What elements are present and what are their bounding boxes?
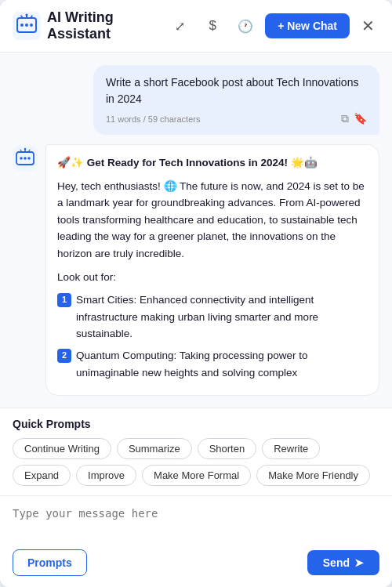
message-word-count: 11 words / 59 characters	[106, 114, 200, 124]
bot-line1: 🚀✨ Get Ready for Tech Innovations in 202…	[57, 154, 368, 172]
svg-point-6	[26, 14, 28, 16]
app-container: AI Writing Assistant ⤢ $ 🕐 + New Chat ✕ …	[0, 0, 392, 587]
svg-point-13	[27, 157, 31, 160]
chip-continue-writing[interactable]: Continue Writing	[13, 438, 111, 459]
item1-badge: 1	[57, 293, 71, 307]
chip-rewrite[interactable]: Rewrite	[262, 438, 320, 459]
message-actions: ⧉ 🔖	[341, 112, 367, 125]
send-icon: ➤	[354, 556, 364, 569]
send-label: Send	[323, 556, 350, 569]
header-title: AI Writing Assistant	[47, 9, 160, 42]
input-row: Prompts Send ➤	[13, 549, 379, 576]
app-logo	[13, 12, 41, 40]
prompts-button[interactable]: Prompts	[13, 549, 87, 576]
chip-improve[interactable]: Improve	[76, 465, 136, 486]
save-icon[interactable]: 🔖	[354, 112, 367, 125]
chip-make-friendly[interactable]: Make More Friendly	[256, 465, 370, 486]
input-area: Prompts Send ➤	[0, 495, 392, 587]
chat-area: Write a short Facebook post about Tech I…	[0, 53, 392, 408]
prompt-chips: Continue Writing Summarize Shorten Rewri…	[13, 438, 379, 486]
bot-line2: Hey, tech enthusiasts! 🌐 The future is n…	[57, 178, 368, 263]
dollar-icon: $	[209, 18, 216, 34]
svg-point-11	[20, 157, 23, 160]
close-icon: ✕	[361, 16, 375, 35]
user-message: Write a short Facebook post about Tech I…	[93, 65, 379, 135]
new-chat-button[interactable]: + New Chat	[265, 13, 350, 38]
copy-icon[interactable]: ⧉	[341, 112, 349, 125]
bot-item-1: 1 Smart Cities: Enhanced connectivity an…	[57, 292, 368, 342]
send-button[interactable]: Send ➤	[307, 550, 379, 575]
expand-button[interactable]: ⤢	[166, 13, 193, 39]
bot-avatar	[13, 146, 38, 171]
bot-message-row: 🚀✨ Get Ready for Tech Innovations in 202…	[13, 144, 379, 396]
header: AI Writing Assistant ⤢ $ 🕐 + New Chat ✕	[0, 0, 392, 53]
quick-prompts-section: Quick Prompts Continue Writing Summarize…	[0, 408, 392, 495]
user-message-text: Write a short Facebook post about Tech I…	[106, 74, 367, 107]
item1-text: Smart Cities: Enhanced connectivity and …	[76, 292, 368, 342]
bot-item-2: 2 Quantum Computing: Taking processing p…	[57, 347, 368, 381]
svg-point-2	[20, 24, 24, 27]
chip-make-formal[interactable]: Make More Formal	[142, 465, 251, 486]
quick-prompts-title: Quick Prompts	[13, 418, 379, 430]
expand-icon: ⤢	[175, 19, 185, 34]
bot-message-bubble: 🚀✨ Get Ready for Tech Innovations in 202…	[45, 144, 379, 396]
chip-summarize[interactable]: Summarize	[117, 438, 192, 459]
item2-text: Quantum Computing: Taking processing pow…	[76, 347, 368, 381]
dollar-button[interactable]: $	[199, 13, 226, 39]
chip-expand[interactable]: Expand	[13, 465, 71, 486]
chip-shorten[interactable]: Shorten	[198, 438, 257, 459]
svg-point-3	[25, 24, 28, 27]
history-button[interactable]: 🕐	[232, 13, 259, 39]
message-input[interactable]	[13, 505, 379, 540]
svg-point-4	[30, 24, 33, 27]
history-icon: 🕐	[238, 19, 253, 34]
svg-point-15	[24, 148, 26, 150]
user-message-meta: 11 words / 59 characters ⧉ 🔖	[106, 112, 367, 125]
svg-point-12	[24, 157, 27, 160]
close-button[interactable]: ✕	[356, 14, 379, 38]
bot-look-out: Look out for:	[57, 269, 368, 286]
item2-badge: 2	[57, 349, 71, 363]
